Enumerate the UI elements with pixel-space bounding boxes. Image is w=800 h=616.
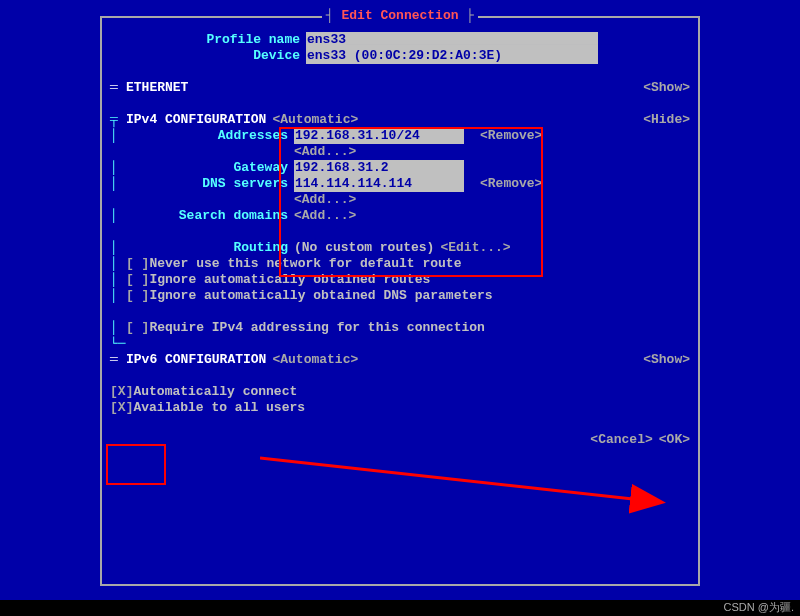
ignore-routes-label: Ignore automatically obtained routes — [149, 272, 430, 288]
never-default-label: Never use this network for default route — [149, 256, 461, 272]
ethernet-show[interactable]: <Show> — [643, 80, 690, 96]
all-users-label: Available to all users — [133, 400, 305, 416]
ipv4-mode[interactable]: <Automatic> — [272, 112, 358, 128]
require-ipv4-label: Require IPv4 addressing for this connect… — [149, 320, 484, 336]
ipv4-header: IPv4 CONFIGURATION — [126, 112, 266, 128]
watermark: CSDN @为疆. — [0, 600, 794, 615]
ipv4-marker: ╤ — [110, 112, 126, 128]
edit-connection-window: ┤ Edit Connection ├ Profile name ens33__… — [100, 16, 700, 586]
ethernet-marker: ═ — [110, 80, 126, 96]
ethernet-header: ETHERNET — [126, 80, 188, 96]
dns-input[interactable]: 114.114.114.114 — [294, 176, 464, 192]
addresses-input[interactable]: 192.168.31.10/24 — [294, 128, 464, 144]
routing-edit[interactable]: <Edit...> — [440, 240, 510, 256]
ipv6-show[interactable]: <Show> — [643, 352, 690, 368]
addresses-remove[interactable]: <Remove> — [480, 128, 542, 144]
gateway-label: Gateway — [126, 160, 288, 176]
require-ipv4-checkbox[interactable]: [ ] — [126, 320, 149, 336]
device-label: Device — [110, 48, 300, 64]
all-users-checkbox[interactable]: [X] — [110, 400, 133, 416]
routing-value: (No custom routes) — [294, 240, 434, 256]
ipv4-hide[interactable]: <Hide> — [643, 112, 690, 128]
ok-button[interactable]: <OK> — [659, 432, 690, 448]
dns-add[interactable]: <Add...> — [294, 192, 356, 208]
window-title: ┤ Edit Connection ├ — [322, 8, 478, 23]
never-default-checkbox[interactable]: [ ] — [126, 256, 149, 272]
auto-connect-label: Automatically connect — [133, 384, 297, 400]
dns-remove[interactable]: <Remove> — [480, 176, 542, 192]
device-input[interactable]: ens33 (00:0C:29:D2:A0:3E) — [306, 48, 598, 64]
addresses-add[interactable]: <Add...> — [294, 144, 356, 160]
ignore-dns-checkbox[interactable]: [ ] — [126, 288, 149, 304]
search-domains-label: Search domains — [126, 208, 288, 224]
dns-label: DNS servers — [126, 176, 288, 192]
gateway-input[interactable]: 192.168.31.2 — [294, 160, 464, 176]
auto-connect-checkbox[interactable]: [X] — [110, 384, 133, 400]
cancel-button[interactable]: <Cancel> — [590, 432, 652, 448]
ipv6-marker: ═ — [110, 352, 126, 368]
ignore-dns-label: Ignore automatically obtained DNS parame… — [149, 288, 492, 304]
routing-label: Routing — [126, 240, 288, 256]
ipv6-mode[interactable]: <Automatic> — [272, 352, 358, 368]
addresses-label: Addresses — [126, 128, 288, 144]
ipv6-header: IPv6 CONFIGURATION — [126, 352, 266, 368]
profile-name-input[interactable]: ens33__________________________________ — [306, 32, 598, 48]
profile-name-label: Profile name — [110, 32, 300, 48]
search-domains-add[interactable]: <Add...> — [294, 208, 356, 224]
ignore-routes-checkbox[interactable]: [ ] — [126, 272, 149, 288]
